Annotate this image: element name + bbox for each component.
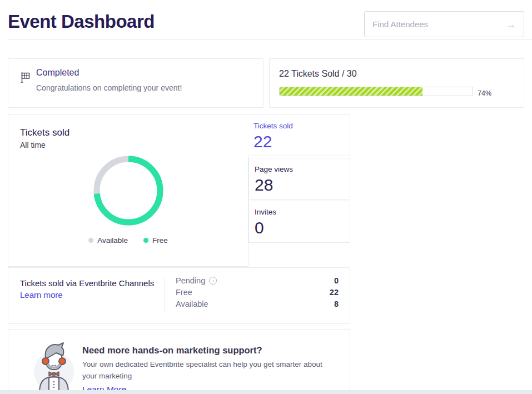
channel-value: 0 [334, 276, 339, 285]
legend-dot-free [143, 238, 148, 243]
legend-dot-available [88, 238, 93, 243]
channel-label: Available [176, 300, 208, 308]
page-title: Event Dashboard [8, 11, 155, 32]
channel-value: 8 [334, 300, 339, 308]
chart-legend: Available Free [8, 236, 248, 245]
donut-chart [90, 152, 167, 230]
arrow-right-icon[interactable]: → [506, 19, 516, 29]
channel-value: 22 [330, 288, 339, 297]
status-subtitle: Congratulations on completing your event… [36, 83, 182, 92]
stat-tab-tickets-sold[interactable]: Tickets sold 22 [248, 114, 350, 156]
channel-row-pending: Pending i 0 [176, 275, 339, 286]
header-divider [7, 39, 532, 39]
eventbrite-channels-card: Tickets sold via Eventbrite Channels Lea… [8, 267, 350, 324]
event-dashboard-page: Event Dashboard → Completed Congratulati… [0, 0, 532, 394]
channels-learn-more-link[interactable]: Learn more [20, 290, 63, 300]
status-card: Completed Congratulations on completing … [8, 58, 263, 108]
stat-tab-page-views[interactable]: Page views 28 [248, 158, 350, 200]
legend-item-available: Available [88, 236, 128, 245]
bottom-edge-strip [0, 390, 532, 394]
tickets-progress-fill [280, 87, 422, 96]
channel-label: Pending [176, 276, 205, 285]
stat-value: 28 [255, 176, 350, 194]
status-title: Completed [36, 68, 79, 78]
channels-title: Tickets sold via Eventbrite Channels [20, 278, 154, 288]
channel-label: Free [176, 288, 192, 297]
vertical-divider [165, 277, 165, 312]
tickets-sold-ratio: 22 Tickets Sold / 30 [279, 69, 357, 79]
legend-item-free: Free [143, 236, 168, 245]
search-input[interactable] [372, 19, 506, 29]
channel-row-free: Free 22 [176, 286, 339, 298]
chart-title: Tickets sold [20, 127, 69, 138]
stat-value: 22 [253, 132, 350, 151]
support-specialist-illustration-icon [33, 340, 75, 392]
channels-breakdown: Pending i 0 Free 22 Available 8 [176, 275, 339, 310]
legend-label-free: Free [152, 236, 168, 245]
marketing-body: Your own dedicated Eventbrite specialist… [82, 359, 332, 382]
tickets-sold-progress-card: 22 Tickets Sold / 30 74% [269, 58, 524, 108]
chart-subtitle: All time [20, 141, 46, 149]
info-icon[interactable]: i [209, 277, 217, 285]
tickets-progress-percent: 74% [478, 89, 491, 97]
stat-tab-invites[interactable]: Invites 0 [248, 201, 350, 243]
stat-label: Tickets sold [253, 122, 350, 130]
stat-label: Page views [255, 165, 350, 173]
marketing-support-card: Need more hands-on marketing support? Yo… [8, 329, 350, 391]
channel-row-available: Available 8 [176, 298, 339, 310]
stat-label: Invites [255, 208, 350, 216]
checkered-flag-icon [19, 71, 32, 83]
find-attendees-search[interactable]: → [364, 11, 524, 37]
stat-value: 0 [255, 218, 350, 237]
marketing-title: Need more hands-on marketing support? [82, 345, 262, 356]
legend-label-available: Available [97, 236, 128, 245]
tickets-progress-bar [279, 87, 473, 96]
tickets-sold-chart-card: Tickets sold All time Available Free [8, 114, 248, 267]
